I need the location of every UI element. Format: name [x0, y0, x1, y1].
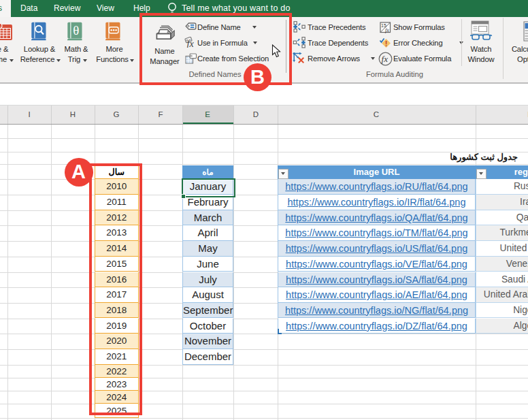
svg-text:fx: fx: [382, 54, 389, 64]
svg-text:θ: θ: [73, 23, 79, 37]
svg-text:!: !: [385, 39, 388, 48]
svg-text:fx: fx: [385, 27, 389, 33]
